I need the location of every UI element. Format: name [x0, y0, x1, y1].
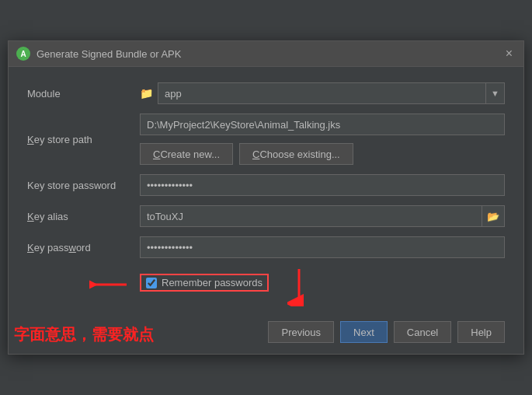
keystore-password-label: Key store password: [27, 180, 140, 191]
keystore-password-control: [140, 174, 505, 196]
dialog: A Generate Signed Bundle or APK × Module…: [8, 40, 524, 355]
create-new-button[interactable]: CCreate new...: [140, 143, 233, 165]
remember-passwords-row: Remember passwords: [140, 274, 505, 292]
keystore-button-row: CCreate new... CChoose existing...: [140, 143, 505, 165]
choose-existing-button[interactable]: CChoose existing...: [239, 143, 353, 165]
keystore-path-control: CCreate new... CChoose existing...: [140, 114, 505, 165]
remember-passwords-checkbox[interactable]: [146, 278, 157, 288]
android-icon: A: [16, 47, 30, 61]
next-button[interactable]: Next: [340, 321, 388, 343]
module-label: Module: [27, 88, 140, 100]
keystore-password-row: Key store password: [27, 174, 505, 196]
close-button[interactable]: ×: [502, 46, 516, 61]
key-alias-input[interactable]: [140, 205, 482, 227]
title-bar: A Generate Signed Bundle or APK ×: [9, 41, 523, 67]
key-alias-control: 📂: [140, 205, 505, 227]
keystore-path-row: Key store path CCreate new... CChoose ex…: [27, 114, 505, 165]
module-row: Module 📁 ▼: [27, 82, 505, 104]
module-input[interactable]: [158, 82, 486, 104]
key-password-row: Key password: [27, 236, 505, 258]
keystore-path-input[interactable]: [140, 114, 505, 135]
key-alias-folder-btn[interactable]: 📂: [482, 205, 505, 227]
key-password-control: [140, 236, 505, 258]
dialog-wrapper: A Generate Signed Bundle or APK × Module…: [8, 40, 524, 355]
module-control: 📁 ▼: [140, 82, 505, 104]
module-dropdown-btn[interactable]: ▼: [486, 82, 505, 104]
help-button[interactable]: Help: [457, 321, 505, 343]
key-alias-input-wrapper: 📂: [140, 205, 505, 227]
key-password-label: Key password: [27, 242, 140, 253]
keystore-password-input[interactable]: [140, 174, 505, 196]
folder-icon: 📁: [140, 87, 153, 100]
key-alias-label: Key alias: [27, 211, 140, 222]
keystore-path-label: Key store path: [27, 134, 140, 145]
dialog-body: Module 📁 ▼ Key store path: [9, 67, 523, 315]
footer-row: Previous Next Cancel Help: [9, 315, 523, 354]
key-alias-row: Key alias 📂: [27, 205, 505, 227]
key-password-input[interactable]: [140, 236, 505, 258]
remember-passwords-label: Remember passwords: [162, 277, 263, 288]
remember-passwords-border: Remember passwords: [140, 274, 269, 292]
module-input-wrapper: 📁 ▼: [140, 82, 505, 104]
cancel-button[interactable]: Cancel: [394, 321, 451, 343]
previous-button[interactable]: Previous: [268, 321, 334, 343]
dialog-title: Generate Signed Bundle or APK: [37, 48, 502, 60]
